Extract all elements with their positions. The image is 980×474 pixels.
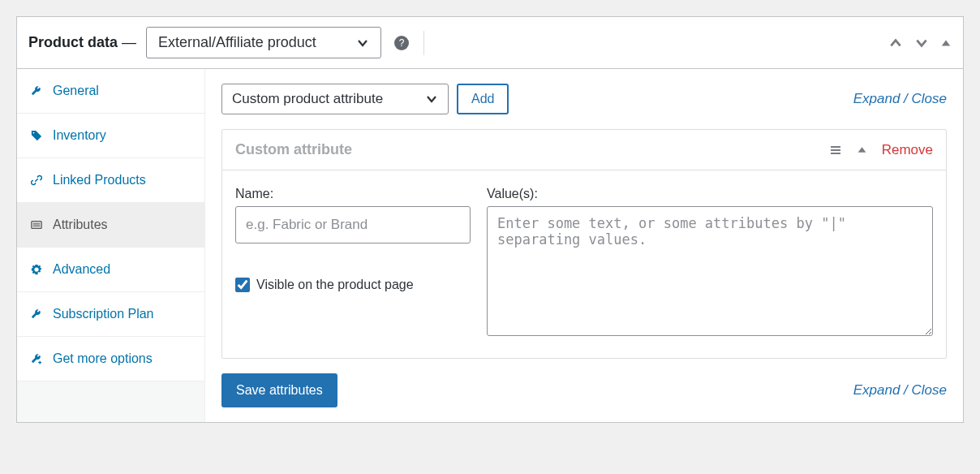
wrench-icon [30, 308, 43, 320]
visible-checkbox[interactable] [235, 278, 250, 292]
save-attributes-button[interactable]: Save attributes [221, 373, 337, 407]
attribute-type-select[interactable]: Custom product attribute [221, 84, 449, 114]
add-button[interactable]: Add [457, 84, 509, 114]
expand-link[interactable]: Expand [853, 382, 900, 398]
values-label: Value(s): [487, 187, 933, 201]
expand-link[interactable]: Expand [853, 91, 900, 106]
help-icon[interactable]: ? [394, 36, 409, 50]
tag-icon [30, 130, 43, 141]
tab-advanced[interactable]: Advanced [17, 248, 204, 292]
attribute-item-title: Custom attribute [235, 141, 352, 158]
wrench-icon [30, 85, 43, 97]
panel-title-dash: — [122, 34, 136, 50]
drag-handle-icon[interactable] [829, 144, 842, 157]
list-icon [30, 219, 43, 231]
attribute-item-body: Name: Visible on the product page Value(… [222, 170, 946, 358]
tab-inventory[interactable]: Inventory [17, 114, 204, 158]
tab-subscription-plan[interactable]: Subscription Plan [17, 292, 204, 337]
chevron-down-icon [356, 37, 369, 50]
name-label: Name: [235, 187, 471, 201]
product-type-value: External/Affiliate product [158, 34, 316, 51]
panel-title: Product data — [28, 34, 136, 51]
product-type-select[interactable]: External/Affiliate product [146, 27, 381, 58]
tab-general[interactable]: General [17, 69, 204, 114]
wrench-plus-icon [30, 353, 43, 364]
move-down-icon[interactable] [914, 36, 929, 50]
visible-label: Visible on the product page [256, 278, 414, 292]
panel-header: Product data — External/Affiliate produc… [17, 17, 963, 69]
close-link[interactable]: Close [912, 382, 947, 398]
collapse-icon[interactable] [857, 144, 867, 155]
panel-header-controls [888, 36, 952, 50]
move-up-icon[interactable] [888, 36, 903, 50]
product-data-panel: Product data — External/Affiliate produc… [16, 16, 964, 423]
attribute-item: Custom attribute Remove Name: [221, 129, 947, 359]
close-link[interactable]: Close [912, 91, 947, 106]
chevron-down-icon [425, 93, 438, 106]
tab-label: Subscription Plan [53, 307, 154, 321]
remove-link[interactable]: Remove [882, 142, 933, 158]
attribute-item-header: Custom attribute Remove [222, 130, 946, 170]
expand-close-links-bottom: Expand / Close [853, 382, 947, 399]
collapse-icon[interactable] [940, 37, 952, 49]
tab-label: Linked Products [53, 173, 146, 187]
tab-label: Get more options [53, 351, 153, 366]
tab-linked-products[interactable]: Linked Products [17, 158, 204, 203]
attribute-type-value: Custom product attribute [232, 91, 383, 107]
values-textarea[interactable] [487, 206, 933, 336]
tab-label: General [53, 84, 99, 98]
tabs: General Inventory Linked Products Attrib… [17, 69, 205, 422]
separator [423, 31, 424, 55]
name-input[interactable] [235, 206, 471, 243]
attribute-toolbar: Custom product attribute Add Expand / Cl… [221, 84, 947, 114]
tab-attributes[interactable]: Attributes [17, 203, 204, 248]
tab-get-more-options[interactable]: Get more options [17, 337, 204, 381]
content-footer: Save attributes Expand / Close [221, 373, 947, 407]
gear-icon [30, 264, 43, 275]
link-icon [30, 175, 43, 186]
tab-label: Advanced [53, 262, 110, 277]
expand-close-links: Expand / Close [853, 91, 947, 107]
panel-body: General Inventory Linked Products Attrib… [17, 69, 963, 422]
tab-label: Inventory [53, 128, 106, 143]
tab-content: Custom product attribute Add Expand / Cl… [205, 69, 963, 422]
panel-title-text: Product data [28, 34, 118, 50]
tab-label: Attributes [53, 218, 108, 232]
